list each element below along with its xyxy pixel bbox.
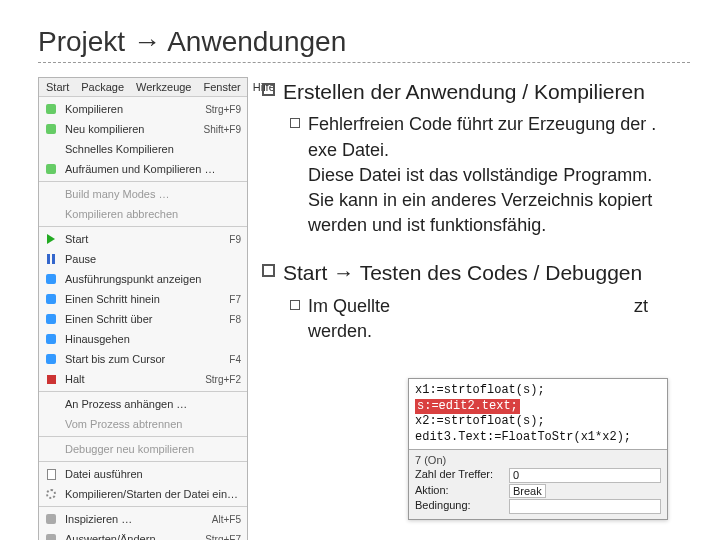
ic-green-icon — [43, 161, 59, 177]
menu-item[interactable]: StartF9 — [39, 229, 247, 249]
menu-item-label: Aufräumen und Kompilieren … — [65, 163, 241, 175]
menu-bar-item[interactable]: Werkzeuge — [133, 80, 194, 94]
ic-blue-icon — [43, 331, 59, 347]
breakpoint-row: Aktion:Break — [415, 484, 661, 498]
menu-item-label: Start — [65, 233, 217, 245]
menu-bar-item[interactable]: Fenster — [200, 80, 243, 94]
menu-item-label: Einen Schritt über — [65, 313, 217, 325]
menu-item-shortcut: F7 — [223, 294, 241, 305]
menu-item-shortcut: F4 — [223, 354, 241, 365]
menu-item[interactable]: Pause — [39, 249, 247, 269]
menu-item[interactable]: Inspizieren …Alt+F5 — [39, 509, 247, 529]
menu-item-shortcut: Strg+F9 — [199, 104, 241, 115]
menu-item-label: Inspizieren … — [65, 513, 200, 525]
ic-gear-icon — [43, 486, 59, 502]
menu-item-label: Vom Prozess abtrennen — [65, 418, 241, 430]
menu-item: Debugger neu kompilieren — [39, 439, 247, 459]
menu-item-shortcut: Shift+F9 — [197, 124, 241, 135]
menu-item-label: Datei ausführen — [65, 468, 241, 480]
bullet-compile-detail: Fehlerfreien Code führt zur Erzeugung de… — [308, 112, 690, 238]
menu-item-label: Debugger neu kompilieren — [65, 443, 241, 455]
menu-item[interactable]: Kompilieren/Starten der Datei einrichten… — [39, 484, 247, 504]
breakpoint-panel: 7 (On) Zahl der Treffer:0Aktion:BreakBed… — [409, 449, 667, 519]
menu-item-label: An Prozess anhängen … — [65, 398, 241, 410]
code-line: s:=edit2.text; — [415, 399, 661, 415]
menu-item[interactable]: Hinausgehen — [39, 329, 247, 349]
blank-icon — [43, 141, 59, 157]
menu-item-label: Start bis zum Cursor — [65, 353, 217, 365]
menu-item-label: Kompilieren abbrechen — [65, 208, 241, 220]
bullet-start-detail: Im Quellte ………………………………… zt werden. — [308, 294, 690, 344]
menu-item[interactable]: Schnelles Kompilieren — [39, 139, 247, 159]
blank-icon — [43, 441, 59, 457]
menu-item[interactable]: An Prozess anhängen … — [39, 394, 247, 414]
menu-item[interactable]: Einen Schritt hineinF7 — [39, 289, 247, 309]
menu-bar: StartPackageWerkzeugeFensterHilfe — [39, 78, 247, 97]
breakpoint-value[interactable]: 0 — [509, 468, 661, 483]
blank-icon — [43, 396, 59, 412]
menu-item: Build many Modes … — [39, 184, 247, 204]
menu-item[interactable]: Einen Schritt überF8 — [39, 309, 247, 329]
menu-item-shortcut: Strg+F7 — [199, 534, 241, 541]
bullet-start-detail-pre: Im Quellte — [308, 296, 390, 316]
slide-title: Projekt → Anwendungen — [38, 26, 690, 58]
breakpoint-value[interactable] — [509, 499, 661, 514]
menu-item-label: Pause — [65, 253, 241, 265]
menu-item[interactable]: HaltStrg+F2 — [39, 369, 247, 389]
ic-pause-icon — [43, 251, 59, 267]
menu-bar-item[interactable]: Package — [78, 80, 127, 94]
bullet-square-small-icon — [290, 118, 300, 128]
breakpoint-label: Bedingung: — [415, 499, 505, 514]
menu-item-label: Kompilieren/Starten der Datei einrichten… — [65, 488, 241, 500]
bullet-square-small-icon — [290, 300, 300, 310]
menu-item-label: Hinausgehen — [65, 333, 241, 345]
bullet-start: Start → Testen des Codes / Debuggen — [283, 258, 642, 287]
menu-item-shortcut: F9 — [223, 234, 241, 245]
menu-item[interactable]: KompilierenStrg+F9 — [39, 99, 247, 119]
menu-item-label: Auswerten/Ändern … — [65, 533, 193, 540]
ic-green-icon — [43, 121, 59, 137]
menu-item: Kompilieren abbrechen — [39, 204, 247, 224]
code-line: x1:=strtofloat(s); — [415, 383, 661, 399]
ic-stop-icon — [43, 371, 59, 387]
ic-green-icon — [43, 101, 59, 117]
menu-item-label: Halt — [65, 373, 193, 385]
menu-item-label: Neu kompilieren — [65, 123, 191, 135]
ic-blue-icon — [43, 291, 59, 307]
breakpoint-label: Zahl der Treffer: — [415, 468, 505, 483]
breakpoint-select[interactable]: Break — [509, 484, 546, 498]
menu-item-shortcut: F8 — [223, 314, 241, 325]
bullet-square-icon — [262, 83, 275, 96]
menu-item-label: Build many Modes … — [65, 188, 241, 200]
title-underline — [38, 62, 690, 63]
ic-blue-icon — [43, 271, 59, 287]
menu-item[interactable]: Start bis zum CursorF4 — [39, 349, 247, 369]
menu-item-label: Kompilieren — [65, 103, 193, 115]
blank-icon — [43, 416, 59, 432]
ic-gray-icon — [43, 511, 59, 527]
code-line: edit3.Text:=FloatToStr(x1*x2); — [415, 430, 661, 446]
breakpoint-overlay: x1:=strtofloat(s);s:=edit2.text;x2:=strt… — [408, 378, 668, 520]
code-snippet: x1:=strtofloat(s);s:=edit2.text;x2:=strt… — [409, 379, 667, 449]
lazarus-start-menu: StartPackageWerkzeugeFensterHilfe Kompil… — [38, 77, 248, 540]
menu-item[interactable]: Neu kompilierenShift+F9 — [39, 119, 247, 139]
ic-gray-icon — [43, 531, 59, 540]
ic-play-icon — [43, 231, 59, 247]
menu-item-label: Schnelles Kompilieren — [65, 143, 241, 155]
menu-item[interactable]: Datei ausführen — [39, 464, 247, 484]
menu-item[interactable]: Auswerten/Ändern …Strg+F7 — [39, 529, 247, 540]
breakpoint-row: Zahl der Treffer:0 — [415, 468, 661, 483]
breakpoint-label: Aktion: — [415, 484, 505, 498]
menu-item[interactable]: Aufräumen und Kompilieren … — [39, 159, 247, 179]
breakpoint-tab: 7 (On) — [415, 454, 661, 466]
blank-icon — [43, 206, 59, 222]
menu-item-shortcut: Alt+F5 — [206, 514, 241, 525]
bullet-square-icon — [262, 264, 275, 277]
menu-bar-item[interactable]: Start — [43, 80, 72, 94]
menu-item-label: Einen Schritt hinein — [65, 293, 217, 305]
ic-blue-icon — [43, 351, 59, 367]
menu-item-label: Ausführungspunkt anzeigen — [65, 273, 241, 285]
ic-blue-icon — [43, 311, 59, 327]
menu-item[interactable]: Ausführungspunkt anzeigen — [39, 269, 247, 289]
menu-item: Vom Prozess abtrennen — [39, 414, 247, 434]
